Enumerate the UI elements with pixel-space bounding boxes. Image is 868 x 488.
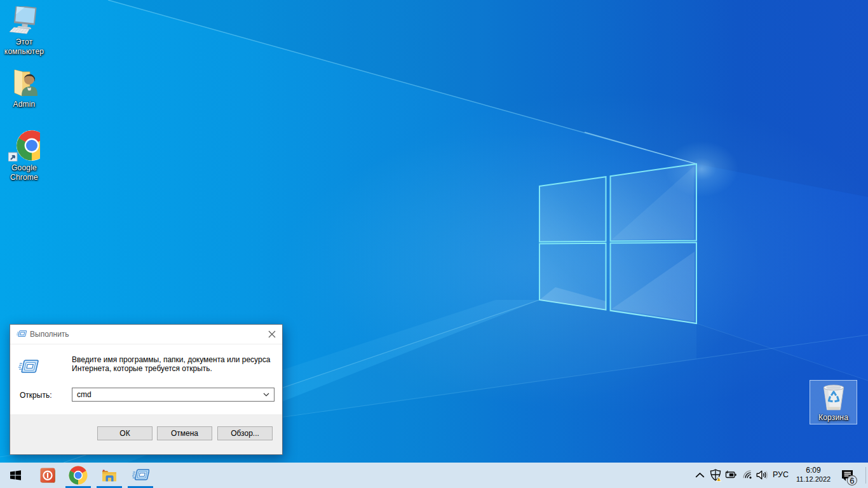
svg-text:6: 6 bbox=[850, 476, 854, 485]
